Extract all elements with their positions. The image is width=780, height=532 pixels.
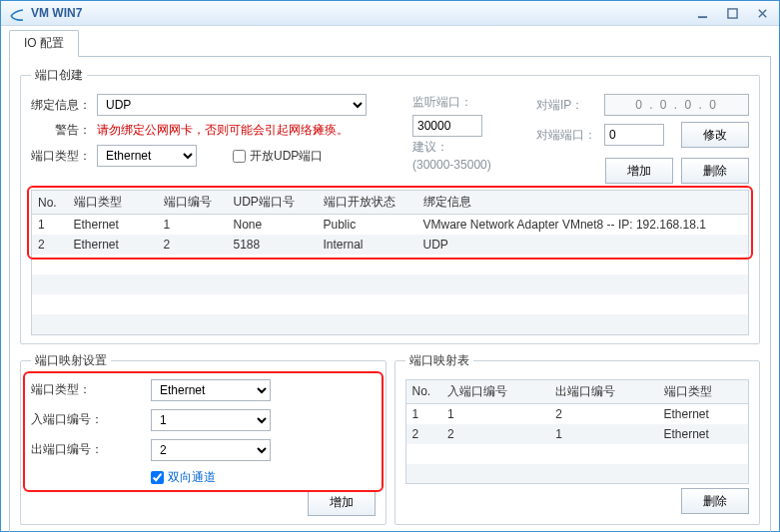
tabs: IO 配置 — [9, 30, 771, 57]
th-num: 端口编号 — [158, 191, 228, 215]
ms-out-port-select[interactable]: 2 — [151, 439, 271, 461]
mt-th-out: 出端口编号 — [549, 379, 657, 403]
open-udp-checkbox-wrap[interactable]: 开放UDP端口 — [233, 148, 323, 165]
table-row[interactable]: 1 1 2 Ethernet — [405, 403, 749, 424]
listen-port-label: 监听端口： — [412, 94, 472, 111]
warning-label: 警告： — [31, 122, 91, 139]
th-udp: UDP端口号 — [228, 191, 318, 215]
th-open: 端口开放状态 — [318, 191, 417, 215]
maximize-button[interactable] — [717, 1, 747, 25]
mapping-table[interactable]: No. 入端口编号 出端口编号 端口类型 1 1 2 Ethernet — [405, 379, 750, 485]
mapping-table-legend: 端口映射表 — [405, 352, 473, 369]
bind-info-label: 绑定信息： — [31, 97, 91, 114]
svg-rect-1 — [727, 8, 736, 17]
open-udp-label: 开放UDP端口 — [250, 148, 323, 165]
window-buttons — [687, 1, 777, 25]
table-row[interactable]: 2 2 1 Ethernet — [405, 424, 749, 444]
ms-port-type-select[interactable]: Ethernet — [151, 379, 271, 401]
modify-button[interactable]: 修改 — [681, 122, 749, 148]
bidir-checkbox-wrap[interactable]: 双向通道 — [151, 469, 311, 486]
listen-hint-label: 建议： — [412, 139, 448, 156]
svg-rect-0 — [697, 16, 706, 18]
mt-th-in: 入端口编号 — [441, 379, 549, 403]
port-table[interactable]: No. 端口类型 端口编号 UDP端口号 端口开放状态 绑定信息 1 Ether… — [31, 190, 749, 335]
app-icon — [9, 5, 25, 21]
bidir-label: 双向通道 — [168, 469, 216, 486]
content-area: IO 配置 端口创建 绑定信息： UDP 警告： 请 — [1, 26, 779, 532]
th-type: 端口类型 — [68, 191, 158, 215]
ms-in-port-label: 入端口编号： — [31, 411, 151, 428]
peer-ip-label: 对端IP： — [536, 97, 596, 114]
ms-port-type-label: 端口类型： — [31, 381, 151, 398]
add-port-button[interactable]: 增加 — [605, 158, 673, 184]
bidir-checkbox[interactable] — [151, 471, 164, 484]
delete-mapping-button[interactable]: 删除 — [681, 488, 749, 514]
peer-port-label: 对端端口： — [536, 127, 596, 144]
ms-in-port-select[interactable]: 1 — [151, 409, 271, 431]
mt-th-no: No. — [405, 379, 441, 403]
peer-port-input[interactable] — [604, 124, 664, 146]
mapping-table-group: 端口映射表 No. 入端口编号 出端口编号 端口类型 1 1 — [394, 352, 761, 525]
listen-hint-value: (30000-35000) — [412, 158, 491, 172]
app-window: VM WIN7 IO 配置 端口创建 绑定信息： UDP — [0, 0, 780, 532]
add-mapping-button[interactable]: 增加 — [308, 490, 376, 516]
mapping-settings-group: 端口映射设置 端口类型： Ethernet 入端口编号： 1 出端口编号： 2 — [20, 352, 387, 525]
peer-ip-input[interactable]: 0 . 0 . 0 . 0 — [604, 94, 749, 116]
warning-text: 请勿绑定公网网卡，否则可能会引起网络瘫痪。 — [97, 122, 349, 139]
th-bind: 绑定信息 — [417, 191, 749, 215]
delete-port-button[interactable]: 删除 — [681, 158, 749, 184]
ms-out-port-label: 出端口编号： — [31, 441, 151, 458]
table-row[interactable]: 1 Ethernet 1 None Public VMware Network … — [32, 215, 749, 236]
bind-info-select[interactable]: UDP — [97, 94, 367, 116]
listen-port-input[interactable] — [412, 115, 482, 137]
tab-io-config[interactable]: IO 配置 — [9, 30, 79, 57]
table-row[interactable]: 2 Ethernet 2 5188 Internal UDP — [32, 235, 749, 255]
tab-panel: 端口创建 绑定信息： UDP 警告： 请勿绑定公网网卡，否则可能会引起网络瘫痪。 — [9, 56, 771, 532]
th-no: No. — [32, 191, 68, 215]
titlebar: VM WIN7 — [1, 1, 779, 26]
port-create-group: 端口创建 绑定信息： UDP 警告： 请勿绑定公网网卡，否则可能会引起网络瘫痪。 — [20, 67, 760, 344]
close-button[interactable] — [747, 1, 777, 25]
port-create-legend: 端口创建 — [31, 67, 87, 84]
port-type-select[interactable]: Ethernet — [97, 145, 197, 167]
mapping-settings-legend: 端口映射设置 — [31, 352, 111, 369]
port-type-label: 端口类型： — [31, 148, 91, 165]
open-udp-checkbox[interactable] — [233, 150, 246, 163]
minimize-button[interactable] — [687, 1, 717, 25]
window-title: VM WIN7 — [31, 6, 687, 20]
mt-th-type: 端口类型 — [658, 379, 749, 403]
